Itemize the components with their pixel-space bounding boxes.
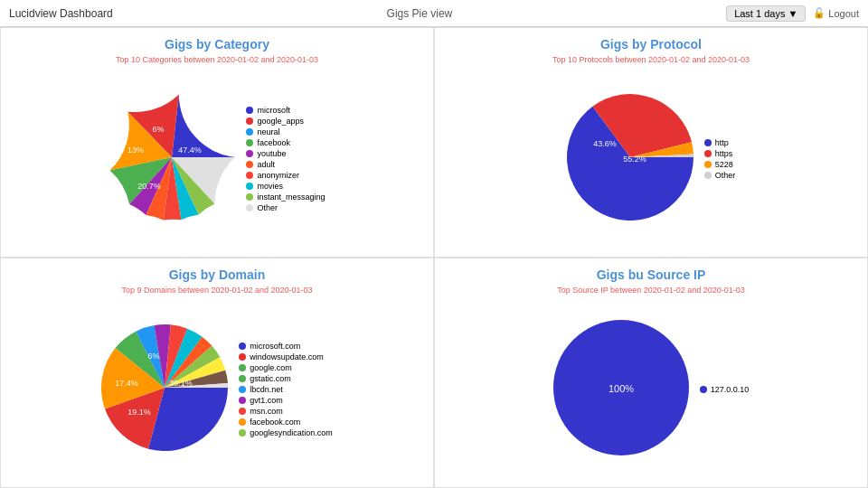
- sourceip-body: 100% 127.0.0.10: [444, 300, 858, 478]
- legend-item: microsoft: [246, 106, 325, 115]
- protocol-body: 55.2% 43.6% http https 5228 Other: [444, 70, 858, 248]
- app-title: Lucidview Dashboard: [9, 7, 113, 20]
- legend-item: http: [704, 138, 736, 147]
- domain-title: Gigs by Domain: [169, 267, 266, 282]
- panel-domain: Gigs by Domain Top 9 Domains between 202…: [0, 258, 434, 488]
- page-title: Gigs Pie view: [387, 7, 453, 20]
- last-days-button[interactable]: Last 1 days ▼: [726, 5, 806, 22]
- legend-item: movies: [246, 182, 325, 191]
- domain-legend: microsoft.com windowsupdate.com google.c…: [239, 342, 333, 437]
- category-body: 47.4% 20.7% 13% 6% microsoft google_apps…: [10, 70, 424, 248]
- sourceip-title: Gigs bu Source IP: [597, 267, 706, 282]
- legend-item: Other: [246, 203, 325, 212]
- top-bar: Lucidview Dashboard Gigs Pie view Last 1…: [0, 0, 868, 27]
- legend-item: microsoft.com: [239, 342, 333, 351]
- legend-item: lbcdn.net: [239, 385, 333, 394]
- legend-item: facebook.com: [239, 418, 333, 427]
- panel-category: Gigs by Category Top 10 Categories betwe…: [0, 27, 434, 258]
- legend-item: google_apps: [246, 117, 325, 126]
- domain-subtitle: Top 9 Domains between 2020-01-02 and 202…: [121, 286, 312, 295]
- legend-item: 5228: [704, 160, 736, 169]
- panel-sourceip: Gigs bu Source IP Top Source IP between …: [434, 258, 868, 488]
- domain-pie: 39.1% 19.1% 17.4% 6%: [101, 324, 228, 454]
- legend-item: msn.com: [239, 407, 333, 416]
- logout-icon: 🔓: [813, 7, 826, 19]
- svg-point-10: [553, 320, 689, 455]
- dashboard-grid: Gigs by Category Top 10 Categories betwe…: [0, 27, 868, 488]
- legend-item: adult: [246, 160, 325, 169]
- legend-item: https: [704, 149, 736, 158]
- protocol-pie: 55.2% 43.6%: [567, 94, 693, 223]
- category-subtitle: Top 10 Categories between 2020-01-02 and…: [116, 55, 318, 64]
- legend-item: Other: [704, 171, 736, 180]
- domain-body: 39.1% 19.1% 17.4% 6% microsoft.com windo…: [10, 300, 424, 478]
- legend-item: youtube: [246, 149, 325, 158]
- legend-item: 127.0.0.10: [700, 385, 750, 394]
- protocol-legend: http https 5228 Other: [704, 138, 736, 180]
- category-pie: 47.4% 20.7% 13% 6%: [108, 94, 235, 223]
- logout-button[interactable]: 🔓 Logout: [813, 7, 859, 19]
- sourceip-legend: 127.0.0.10: [700, 385, 750, 394]
- legend-item: google.com: [239, 363, 333, 372]
- legend-item: neural: [246, 127, 325, 136]
- legend-item: windowsupdate.com: [239, 352, 333, 361]
- category-legend: microsoft google_apps neural facebook yo…: [246, 106, 325, 212]
- category-title: Gigs by Category: [165, 37, 269, 52]
- legend-item: googlesyndication.com: [239, 428, 333, 437]
- legend-item: facebook: [246, 138, 325, 147]
- sourceip-pie: 100%: [553, 320, 689, 458]
- protocol-subtitle: Top 10 Protocols between 2020-01-02 and …: [552, 55, 750, 64]
- protocol-title: Gigs by Protocol: [600, 37, 702, 52]
- panel-protocol: Gigs by Protocol Top 10 Protocols betwee…: [434, 27, 868, 258]
- legend-item: gvt1.com: [239, 396, 333, 405]
- top-bar-right: Last 1 days ▼ 🔓 Logout: [726, 5, 859, 22]
- legend-item: gstatic.com: [239, 374, 333, 383]
- sourceip-subtitle: Top Source IP between 2020-01-02 and 202…: [557, 286, 745, 295]
- legend-item: instant_messaging: [246, 192, 325, 202]
- legend-item: anonymizer: [246, 171, 325, 180]
